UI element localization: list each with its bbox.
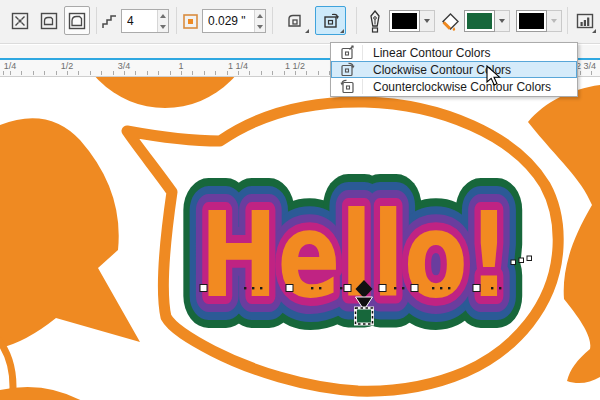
contour-offset-icon xyxy=(182,13,200,31)
separator xyxy=(356,7,357,34)
offset-increment-button[interactable] xyxy=(255,10,265,21)
canvas-artwork: Hello! Hello! Hello! Hello! Hello! xyxy=(0,77,600,400)
chevron-down-icon xyxy=(499,19,505,23)
contour-colors-dropdown-menu: Linear Contour Colors Clockwise Contour … xyxy=(330,42,578,97)
contour-steps-input[interactable] xyxy=(122,10,157,32)
contour-to-center-button[interactable] xyxy=(7,6,33,35)
object-acceleration-button[interactable] xyxy=(571,6,598,35)
ruler-label: 1 1/2 xyxy=(285,61,305,71)
chevron-down-icon xyxy=(551,19,557,23)
flyout-indicator xyxy=(305,29,309,33)
contour-to-center-icon xyxy=(11,12,29,30)
menu-item-linear-contour-colors[interactable]: Linear Contour Colors xyxy=(331,44,577,61)
separator xyxy=(567,7,568,34)
inside-contour-icon xyxy=(40,12,58,30)
object-acceleration-icon xyxy=(576,12,594,30)
contour-end-color-handle[interactable] xyxy=(356,308,373,324)
outline-pen-icon[interactable] xyxy=(366,9,384,35)
steps-decrement-button[interactable] xyxy=(158,21,168,32)
outline-color-swatch[interactable] xyxy=(389,10,420,32)
outside-contour-button[interactable] xyxy=(64,6,90,35)
background-wedge-bottom-left[interactable] xyxy=(0,387,84,400)
fill-color-icon xyxy=(440,11,461,33)
chevron-down-icon xyxy=(424,19,430,23)
menu-item-clockwise-contour-colors[interactable]: Clockwise Contour Colors xyxy=(331,61,577,78)
contour-corners-icon xyxy=(286,12,304,30)
contour-corners-button[interactable] xyxy=(278,6,311,35)
contour-color-rotation-icon xyxy=(322,12,340,30)
contour-steps-spinner xyxy=(121,9,169,33)
clockwise-contour-colors-icon xyxy=(332,62,363,77)
fill-color-dropdown-button[interactable] xyxy=(495,10,510,32)
app-window: 1/4 1/2 3/4 1 1 1/4 1 1/2 2 3/4 Hello! H… xyxy=(0,0,600,400)
outside-contour-icon xyxy=(68,12,86,30)
end-color-dropdown-button-disabled xyxy=(547,10,562,32)
linear-contour-colors-icon xyxy=(332,45,363,60)
background-blob-top[interactable] xyxy=(72,77,258,108)
menu-item-counterclockwise-contour-colors[interactable]: Counterclockwise Contour Colors xyxy=(331,78,577,95)
menu-item-label: Counterclockwise Contour Colors xyxy=(363,80,551,94)
contour-offset-input[interactable] xyxy=(203,10,254,32)
steps-increment-button[interactable] xyxy=(158,10,168,21)
ruler-label: 1 xyxy=(178,61,183,71)
ruler-label: 2 3/4 xyxy=(576,61,596,71)
contour-property-bar xyxy=(0,0,600,44)
separator xyxy=(176,7,177,34)
separator xyxy=(272,7,273,34)
hello-text-object[interactable]: Hello! Hello! Hello! Hello! Hello! xyxy=(200,186,510,324)
contour-color-rotation-button[interactable] xyxy=(315,6,346,35)
inside-contour-button[interactable] xyxy=(36,6,62,35)
steps-spin-arrows xyxy=(157,10,168,32)
outline-color-dropdown-button[interactable] xyxy=(420,10,435,32)
ruler-label: 3/4 xyxy=(118,61,131,71)
hello-text: Hello! xyxy=(200,186,510,324)
counterclockwise-contour-colors-icon xyxy=(332,79,363,94)
offset-spin-arrows xyxy=(254,10,265,32)
contour-steps-icon xyxy=(101,13,119,31)
offset-decrement-button[interactable] xyxy=(255,21,265,32)
flyout-indicator xyxy=(592,29,596,33)
drawing-canvas[interactable]: Hello! Hello! Hello! Hello! Hello! xyxy=(0,77,600,400)
flyout-indicator xyxy=(340,29,344,33)
end-color-swatch[interactable] xyxy=(516,10,547,32)
ruler-label: 1 1/4 xyxy=(228,61,248,71)
separator xyxy=(96,7,97,34)
contour-offset-spinner xyxy=(202,9,266,33)
fill-color-swatch[interactable] xyxy=(464,10,495,32)
ruler-label: 1/2 xyxy=(61,61,74,71)
menu-item-label: Linear Contour Colors xyxy=(363,46,490,60)
mouse-cursor xyxy=(486,65,502,87)
speech-bubble-left[interactable] xyxy=(0,118,140,348)
ruler-label: 1/4 xyxy=(4,61,17,71)
